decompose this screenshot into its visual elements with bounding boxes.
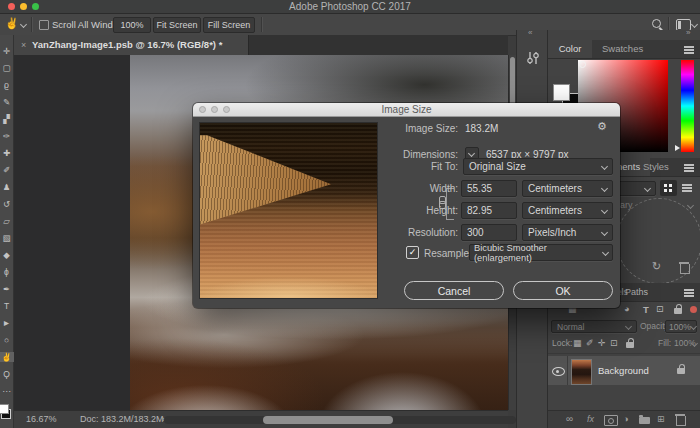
width-unit-dropdown[interactable]: Centimeters (522, 180, 613, 197)
blend-mode-row: Normal Opacity: 100% (548, 318, 700, 335)
clone-stamp-tool-icon[interactable]: ♟ (0, 182, 14, 192)
quick-selection-tool-icon[interactable]: ✎ (0, 97, 14, 107)
crop-tool-icon[interactable]: ▞ (0, 114, 14, 124)
dialog-titlebar[interactable]: Image Size (193, 103, 620, 117)
delete-layer-icon[interactable] (676, 416, 686, 426)
link-layers-icon[interactable]: ∞ (566, 413, 573, 424)
tab-paths[interactable]: Paths (625, 283, 648, 301)
height-unit-dropdown[interactable]: Centimeters (522, 202, 613, 219)
filter-adjustment-icon[interactable]: ◕ (624, 304, 629, 314)
zoom-100-button[interactable]: 100% (113, 17, 151, 33)
list-view-button[interactable] (679, 180, 696, 196)
tool-preset-chevron-icon[interactable] (20, 21, 27, 28)
opacity-dropdown[interactable]: 100% (665, 320, 697, 333)
app-title: Adobe Photoshop CC 2017 (0, 0, 700, 13)
new-adjustment-layer-icon[interactable]: ◑ (623, 414, 628, 424)
foreground-color-swatch[interactable] (553, 84, 570, 101)
expand-dock-icon[interactable]: « (528, 28, 532, 37)
document-tab[interactable]: × YanZhang-Image1.psb @ 16.7% (RGB/8*) * (14, 35, 249, 55)
layer-thumbnail[interactable] (571, 359, 592, 385)
resolution-label: Resolution: (343, 227, 458, 238)
lasso-tool-icon[interactable]: ϱ (0, 80, 14, 90)
resolution-input[interactable]: 300 (461, 224, 517, 241)
filter-smart-object-icon[interactable] (674, 308, 682, 314)
lock-artboard-icon[interactable]: ⊡ (610, 338, 618, 348)
hand-tool-icon[interactable]: ✌ (0, 352, 14, 362)
tab-styles[interactable]: Styles (643, 158, 669, 176)
lock-paint-icon[interactable]: ✐ (586, 338, 594, 348)
pen-tool-icon[interactable]: ✒ (0, 284, 14, 294)
dodge-tool-icon[interactable]: ϕ (0, 267, 14, 277)
fit-screen-button[interactable]: Fit Screen (153, 17, 201, 33)
hue-strip-marker[interactable] (675, 145, 680, 151)
layer-row-background[interactable]: Background (548, 356, 700, 385)
properties-panel-icon[interactable] (525, 50, 541, 66)
lock-transparency-icon[interactable]: ▦ (573, 338, 582, 348)
shape-tool-icon[interactable]: ○ (0, 335, 14, 345)
image-size-label: Image Size: (343, 123, 458, 134)
horizontal-scrollbar-thumb[interactable] (263, 416, 393, 424)
eyedropper-tool-icon[interactable]: ✑ (0, 131, 14, 141)
panel-menu-icon[interactable] (684, 164, 694, 166)
height-input[interactable]: 82.95 (461, 202, 517, 219)
foreground-color-swatch-mini[interactable] (0, 404, 9, 414)
close-tab-icon[interactable]: × (21, 35, 26, 55)
eraser-tool-icon[interactable]: ▱ (0, 216, 14, 226)
workspace-chevron-icon[interactable] (691, 21, 698, 28)
height-label: Height: (343, 205, 458, 216)
lock-row: Lock: ▦ ✐ ✛ ⊡ Fill: 100% (548, 335, 700, 354)
grid-view-button[interactable] (660, 180, 677, 196)
library-sync-icon[interactable]: ↻ (652, 260, 661, 273)
type-tool-icon[interactable]: T (0, 301, 14, 311)
filter-shape-icon[interactable]: ⊡ (656, 304, 664, 314)
library-chevron-icon[interactable] (687, 202, 694, 209)
search-icon[interactable] (652, 19, 661, 28)
panel-menu-icon[interactable] (684, 46, 694, 48)
resample-label: Resample: (424, 248, 472, 259)
panel-menu-icon[interactable] (684, 289, 694, 291)
collapse-dock-icon[interactable]: » (686, 28, 690, 37)
new-group-icon[interactable] (639, 417, 650, 424)
resample-dropdown[interactable]: Bicubic Smoother (enlargement) (469, 244, 613, 261)
history-brush-tool-icon[interactable]: ↺ (0, 199, 14, 209)
delete-library-item-icon[interactable] (680, 264, 690, 274)
fit-to-dropdown[interactable]: Original Size (463, 158, 613, 175)
horizontal-scrollbar[interactable] (164, 416, 516, 424)
lock-position-icon[interactable]: ✛ (598, 338, 606, 348)
layer-visibility-eye-icon[interactable] (552, 367, 565, 376)
healing-brush-tool-icon[interactable]: ✚ (0, 148, 14, 158)
zoom-tool-icon[interactable]: Ϙ (0, 369, 14, 379)
hue-strip[interactable] (681, 60, 694, 152)
cancel-button[interactable]: Cancel (404, 281, 504, 300)
lock-label: Lock: (552, 338, 572, 348)
color-field-marker[interactable] (579, 61, 586, 68)
filter-type-icon[interactable]: T (643, 304, 649, 315)
tab-swatches[interactable]: Swatches (602, 40, 643, 58)
blur-tool-icon[interactable]: ◆ (0, 250, 14, 260)
move-tool-icon[interactable]: ✛ (0, 46, 14, 56)
gradient-tool-icon[interactable]: ▧ (0, 233, 14, 243)
doc-size-info[interactable]: Doc: 183.2M/183.2M (80, 411, 164, 428)
ok-button[interactable]: OK (513, 281, 613, 300)
layer-name[interactable]: Background (598, 356, 649, 385)
width-input[interactable]: 55.35 (461, 180, 517, 197)
zoom-level-field[interactable]: 16.67% (26, 411, 57, 428)
blend-mode-dropdown[interactable]: Normal (551, 320, 637, 333)
scroll-all-windows-checkbox[interactable] (39, 20, 49, 30)
dimensions-label: Dimensions: (343, 149, 458, 160)
dialog-gear-icon[interactable]: ⚙ (597, 120, 607, 133)
add-mask-icon[interactable] (604, 415, 618, 426)
tab-color[interactable]: Color (548, 40, 592, 58)
edit-toolbar-icon[interactable]: ⋯ (0, 386, 14, 396)
lock-all-icon[interactable] (626, 342, 634, 348)
photoshop-window: Adobe Photoshop CC 2017 ✌ Scroll All Win… (0, 0, 700, 428)
filter-switch-icon[interactable] (690, 306, 697, 313)
layer-style-fx-icon[interactable]: fx (587, 414, 594, 424)
new-layer-icon[interactable]: ⊞ (657, 414, 665, 424)
marquee-tool-icon[interactable]: ▢ (0, 63, 14, 73)
fill-screen-button[interactable]: Fill Screen (203, 17, 255, 33)
resolution-unit-dropdown[interactable]: Pixels/Inch (522, 224, 613, 241)
path-selection-tool-icon[interactable]: ► (0, 318, 14, 328)
brush-tool-icon[interactable]: ✐ (0, 165, 14, 175)
resample-checkbox[interactable]: ✓ (406, 246, 419, 259)
